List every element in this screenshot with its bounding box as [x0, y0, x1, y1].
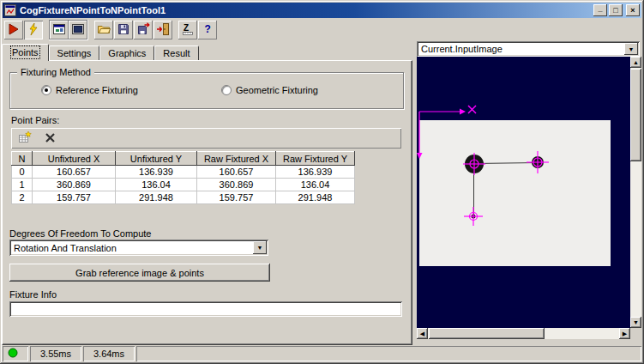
help-button[interactable]: ? — [198, 21, 217, 39]
table-row: 1 360.869 136.04 360.869 136.04 — [12, 179, 355, 191]
new-grid-icon — [18, 130, 32, 146]
question-icon: ? — [201, 22, 214, 38]
float-image-window-button[interactable] — [50, 21, 69, 39]
fixturing-method-label: Fixturing Method — [17, 67, 94, 77]
svg-text:Z: Z — [184, 23, 189, 33]
scroll-left-icon[interactable]: ◀ — [417, 328, 428, 339]
radio-reference-fixturing[interactable]: Reference Fixturing — [41, 85, 138, 95]
tool-constants-button[interactable]: Z — [178, 21, 197, 39]
col-header-raw-fixtured-y: Raw Fixtured Y — [276, 152, 355, 166]
camera-image-region — [419, 120, 611, 266]
floppy-arrow-icon — [136, 22, 150, 38]
title-bar[interactable]: CogFixtureNPointToNPointTool1 _ □ × — [3, 3, 641, 18]
point-pairs-label: Point Pairs: — [11, 115, 59, 125]
fixture-info-input[interactable] — [9, 301, 402, 317]
delete-x-icon — [44, 130, 57, 146]
scrollbar-corner — [630, 328, 641, 339]
horizontal-scrollbar[interactable]: ◀ ▶ — [417, 328, 630, 339]
image-source-combobox[interactable]: Current.InputImage ▼ — [417, 41, 640, 57]
delete-point-button[interactable] — [42, 130, 59, 147]
cell[interactable]: 360.869 — [197, 179, 276, 191]
image-view-button-group — [49, 20, 88, 40]
main-toolbar: Z ? — [4, 20, 218, 40]
col-header-raw-fixtured-x: Raw Fixtured X — [197, 152, 276, 166]
fixture-info-label: Fixture Info — [9, 289, 57, 300]
radio-icon — [221, 85, 232, 95]
cell[interactable]: 360.869 — [33, 179, 116, 191]
lightning-icon — [27, 22, 40, 38]
dof-combobox[interactable]: Rotation And Translation ▼ — [9, 240, 268, 256]
door-arrow-icon — [156, 22, 170, 38]
close-button[interactable]: × — [626, 4, 640, 16]
radio-icon — [41, 85, 51, 95]
vertical-scrollbar[interactable]: ▲ ▼ — [630, 57, 641, 328]
run-icon — [7, 22, 21, 38]
scroll-right-icon[interactable]: ▶ — [619, 328, 630, 339]
cell[interactable]: 136.939 — [116, 166, 197, 179]
grab-reference-button[interactable]: Grab reference image & points — [9, 264, 270, 282]
horizontal-scroll-thumb[interactable] — [429, 328, 545, 339]
col-header-unfixtured-y: Unfixtured Y — [116, 152, 197, 166]
tab-points[interactable]: Points — [2, 44, 49, 61]
tab-strip: Points Settings Graphics Result — [2, 44, 199, 61]
vertical-scroll-thumb[interactable] — [630, 69, 641, 161]
col-header-unfixtured-x: Unfixtured X — [33, 152, 116, 166]
open-folder-icon — [97, 22, 111, 38]
cell[interactable]: 136.04 — [276, 179, 355, 191]
table-row: 2 159.757 291.948 159.757 291.948 — [12, 191, 355, 204]
cell[interactable]: 160.657 — [33, 166, 116, 179]
window-title: CogFixtureNPointToNPointTool1 — [20, 5, 592, 15]
cell[interactable]: 136.939 — [276, 166, 355, 179]
table-row: 0 160.657 136.939 160.657 136.939 — [12, 166, 355, 179]
cell[interactable]: 291.948 — [116, 191, 197, 204]
run-time-panel: 3.55ms — [30, 346, 81, 361]
tab-settings[interactable]: Settings — [49, 46, 100, 60]
point-pairs-table: N Unfixtured X Unfixtured Y Raw Fixtured… — [11, 151, 355, 204]
auto-run-button[interactable] — [24, 21, 43, 39]
cell[interactable]: 1 — [12, 179, 33, 191]
tool-window: CogFixtureNPointToNPointTool1 _ □ × — [0, 0, 644, 364]
status-green-icon — [8, 348, 18, 360]
cell[interactable]: 159.757 — [33, 191, 116, 204]
cell[interactable]: 159.757 — [197, 191, 276, 204]
cell[interactable]: 160.657 — [197, 166, 276, 179]
add-point-button[interactable] — [16, 130, 33, 147]
minimize-button[interactable]: _ — [593, 4, 607, 16]
col-header-n: N — [12, 152, 33, 166]
image-source-value: Current.InputImage — [421, 44, 503, 54]
tab-result[interactable]: Result — [154, 46, 198, 60]
point-pairs-grid-toolbar — [11, 128, 401, 149]
cell[interactable]: 2 — [12, 191, 33, 204]
tab-panel-points: Fixturing Method Reference Fixturing Geo… — [2, 60, 412, 345]
svg-text:?: ? — [205, 23, 211, 35]
scroll-up-icon[interactable]: ▲ — [630, 57, 641, 68]
run-button[interactable] — [4, 21, 23, 39]
open-file-button[interactable] — [94, 21, 113, 39]
fixturing-method-group: Fixturing Method Reference Fixturing Geo… — [9, 72, 404, 109]
import-button[interactable] — [153, 21, 172, 39]
total-time-panel: 3.64ms — [83, 346, 135, 361]
tab-graphics[interactable]: Graphics — [99, 46, 154, 60]
cell[interactable]: 291.948 — [276, 191, 355, 204]
status-message-panel — [136, 346, 641, 361]
export-button[interactable] — [134, 21, 153, 39]
z-ruler-icon: Z — [181, 22, 195, 38]
cell[interactable]: 0 — [12, 166, 33, 179]
status-indicator-panel — [3, 346, 28, 361]
radio-geometric-fixturing[interactable]: Geometric Fixturing — [221, 85, 318, 95]
app-icon — [4, 4, 16, 16]
dof-value: Rotation And Translation — [14, 243, 117, 253]
maximize-button[interactable]: □ — [609, 4, 623, 16]
save-file-button[interactable] — [114, 21, 133, 39]
image-display-icon — [71, 22, 85, 38]
show-image-display-button[interactable] — [69, 21, 87, 39]
chevron-down-icon[interactable]: ▼ — [624, 43, 638, 55]
scroll-down-icon[interactable]: ▼ — [630, 317, 641, 328]
image-display-viewport[interactable] — [417, 57, 630, 328]
dof-label: Degrees Of Freedom To Compute — [9, 228, 151, 239]
table-header-row: N Unfixtured X Unfixtured Y Raw Fixtured… — [12, 152, 355, 166]
cell[interactable]: 136.04 — [116, 179, 197, 191]
image-canvas — [417, 57, 630, 328]
chevron-down-icon[interactable]: ▼ — [253, 241, 267, 254]
image-window-icon — [52, 22, 66, 38]
